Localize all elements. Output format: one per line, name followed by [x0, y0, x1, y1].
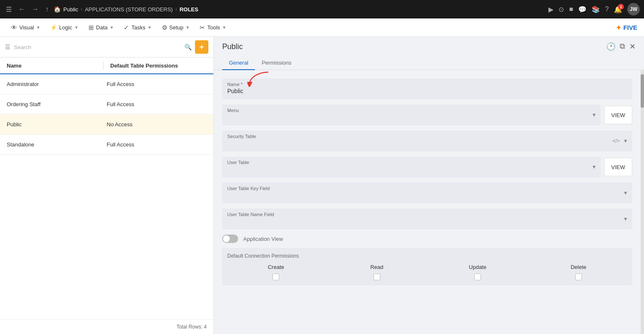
security-table-field: Security Table </> ▼: [222, 130, 632, 151]
toolbar-tasks[interactable]: ✓ Tasks ▼: [119, 21, 156, 34]
search-icon[interactable]: 🔍: [184, 44, 192, 50]
toolbar-setup[interactable]: ⚙ Setup ▼: [158, 21, 194, 34]
menu-value: [227, 114, 596, 122]
toolbar-tools-label: Tools: [207, 24, 220, 31]
tools-chevron: ▼: [222, 25, 226, 30]
permissions-col-read: Read: [328, 264, 426, 280]
user-table-key-field: User Table Key Field ▼: [222, 183, 632, 204]
user-table-name-field: User Table Name Field ▼: [222, 209, 632, 230]
col-name-header: Name: [7, 63, 103, 69]
stop-icon[interactable]: ■: [569, 5, 573, 13]
delete-checkbox[interactable]: [575, 274, 582, 280]
user-table-key-main[interactable]: User Table Key Field ▼: [222, 183, 632, 204]
menu-icon[interactable]: ☰: [4, 4, 13, 15]
col-permissions-header: Default Table Permissions: [110, 63, 207, 69]
breadcrumb-roles[interactable]: ROLES: [179, 6, 198, 13]
user-table-key-dropdown-icon: ▼: [623, 190, 628, 196]
avatar[interactable]: JW: [627, 3, 640, 16]
up-icon[interactable]: ↑: [44, 4, 50, 15]
security-table-main[interactable]: Security Table </> ▼: [222, 130, 632, 151]
menu-dropdown-icon: ▼: [592, 112, 597, 118]
application-view-label: Application View: [243, 236, 283, 242]
toolbar-data[interactable]: ⊞ Data ▼: [84, 21, 118, 34]
visual-icon: 👁: [11, 24, 17, 31]
user-table-name-label: User Table Name Field: [227, 212, 627, 217]
search-nav-icon[interactable]: ⊙: [558, 5, 564, 13]
right-header: Public 🕐 ⧉ ✕: [214, 37, 644, 56]
permissions-col-update-header: Update: [469, 264, 486, 270]
col-divider: [103, 61, 104, 70]
table-row[interactable]: Ordering Staff Full Access: [0, 94, 213, 115]
tab-permissions[interactable]: Permissions: [255, 56, 298, 70]
toggle-thumb: [223, 235, 230, 242]
chat-icon[interactable]: 💬: [578, 5, 587, 13]
application-view-toggle[interactable]: [222, 235, 238, 243]
toolbar-visual[interactable]: 👁 Visual ▼: [7, 21, 44, 34]
user-table-name-main[interactable]: User Table Name Field ▼: [222, 209, 632, 230]
help-icon[interactable]: ?: [605, 5, 609, 13]
table-body: Administrator Full Access Ordering Staff…: [0, 74, 213, 319]
read-checkbox[interactable]: [374, 274, 380, 280]
user-table-label: User Table: [227, 160, 596, 165]
permissions-col-update: Update: [429, 264, 527, 280]
setup-icon: ⚙: [162, 24, 167, 31]
table-row[interactable]: Administrator Full Access: [0, 74, 213, 94]
history-icon[interactable]: 🕐: [606, 42, 615, 51]
books-icon[interactable]: 📚: [592, 5, 600, 13]
row-permissions-0: Full Access: [107, 81, 207, 87]
toolbar-logic-label: Logic: [59, 24, 72, 31]
name-field: Name * Public: [222, 78, 632, 99]
breadcrumb-sep-2: ›: [175, 6, 177, 12]
vertical-scrollbar[interactable]: [641, 70, 644, 334]
add-button[interactable]: +: [195, 40, 208, 54]
user-table-view-button[interactable]: VIEW: [604, 158, 632, 176]
user-table-key-value: [227, 192, 627, 200]
scrollbar-thumb[interactable]: [641, 74, 644, 108]
user-table-field-row: User Table ▼ VIEW: [222, 157, 632, 177]
main-layout: ☰ 🔍 + Name Default Table Permissions Adm…: [0, 37, 644, 334]
permissions-col-delete-header: Delete: [571, 264, 587, 270]
table-header: Name Default Table Permissions: [0, 57, 213, 74]
visual-chevron: ▼: [36, 25, 40, 30]
tab-general[interactable]: General: [222, 56, 255, 70]
search-input[interactable]: [14, 44, 181, 50]
toolbar-tools[interactable]: ✂ Tools ▼: [195, 21, 230, 34]
permissions-col-create-header: Create: [268, 264, 284, 270]
breadcrumb-applications[interactable]: APPLICATIONS (STORE ORDERS): [85, 6, 173, 13]
breadcrumb-home[interactable]: Public: [63, 6, 78, 13]
update-checkbox[interactable]: [474, 274, 481, 280]
right-actions: 🕐 ⧉ ✕: [606, 42, 636, 51]
notification-count: 1: [618, 4, 624, 10]
row-name-1: Ordering Staff: [7, 101, 107, 107]
create-checkbox[interactable]: [273, 274, 279, 280]
permissions-col-read-header: Read: [370, 264, 383, 270]
copy-icon[interactable]: ⧉: [620, 42, 625, 51]
user-table-dropdown-icon: ▼: [592, 164, 597, 170]
toolbar-visual-label: Visual: [19, 24, 34, 31]
five-logo: ✦ FIVE: [615, 23, 637, 32]
permissions-title: Default Connection Permissions: [227, 253, 627, 259]
table-row[interactable]: Standalone Full Access: [0, 135, 213, 155]
nav-right: ▶ ⊙ ■ 💬 📚 ? 🔔 1 JW: [548, 3, 640, 16]
permissions-col-delete: Delete: [530, 264, 628, 280]
menu-view-button[interactable]: VIEW: [604, 106, 632, 124]
menu-field: Menu ▼ VIEW: [222, 104, 632, 125]
toolbar-logic[interactable]: ⚡ Logic ▼: [46, 22, 83, 33]
tasks-chevron: ▼: [148, 25, 152, 30]
notification-badge[interactable]: 🔔 1: [614, 5, 622, 13]
back-icon[interactable]: ←: [17, 4, 27, 15]
forward-icon[interactable]: →: [30, 4, 40, 15]
table-row-selected[interactable]: Public No Access: [0, 115, 213, 135]
user-table-main[interactable]: User Table ▼: [222, 157, 601, 177]
five-logo-text: FIVE: [623, 24, 637, 31]
close-icon[interactable]: ✕: [629, 42, 636, 51]
search-bar: ☰ 🔍 +: [0, 37, 213, 57]
right-title: Public: [222, 42, 243, 51]
security-table-label: Security Table: [227, 134, 609, 139]
permissions-grid: Create Read Update Delete: [227, 264, 627, 280]
table-footer: Total Rows: 4: [0, 319, 213, 334]
name-field-group[interactable]: Name * Public: [222, 78, 632, 99]
row-permissions-1: Full Access: [107, 101, 207, 107]
menu-field-main[interactable]: Menu ▼: [222, 104, 601, 125]
play-button[interactable]: ▶: [548, 5, 553, 13]
